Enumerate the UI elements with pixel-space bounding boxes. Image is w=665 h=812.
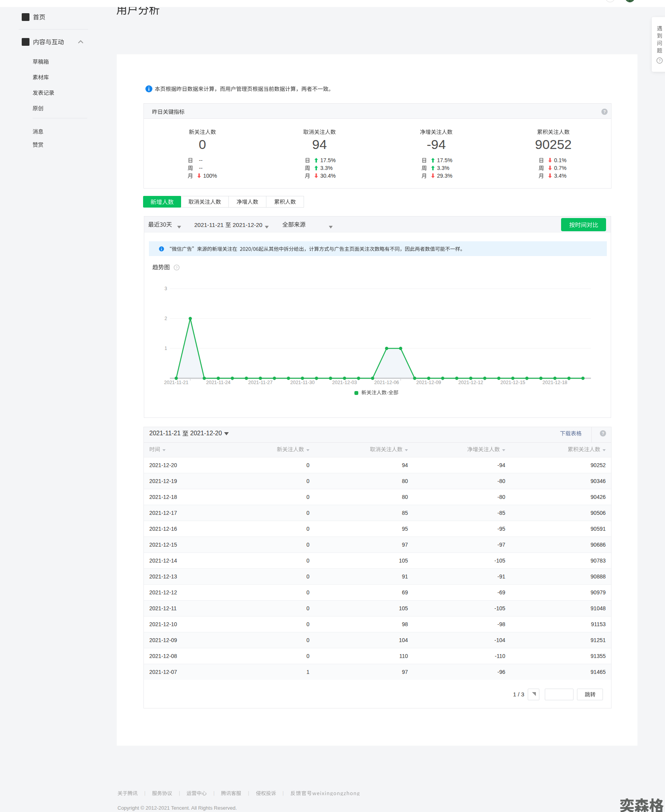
svg-text:?: ? [603,110,606,114]
svg-text:2021-11-30: 2021-11-30 [290,380,314,385]
svg-text:2: 2 [164,316,167,321]
svg-text:2021-11-21: 2021-11-21 [164,380,188,385]
svg-text:2021-11-27: 2021-11-27 [248,380,273,385]
svg-text:2021-12-15: 2021-12-15 [501,380,525,385]
svg-text:?: ? [602,431,604,436]
svg-text:3: 3 [164,286,167,291]
svg-text:2021-12-03: 2021-12-03 [332,380,357,385]
svg-text:?: ? [176,266,178,270]
svg-text:?: ? [658,59,660,62]
svg-text:2021-11-24: 2021-11-24 [206,380,230,385]
svg-text:2021-12-09: 2021-12-09 [416,380,441,385]
svg-text:2021-12-12: 2021-12-12 [458,380,483,385]
svg-text:1: 1 [164,346,167,351]
svg-text:2021-12-18: 2021-12-18 [542,380,567,385]
svg-text:2021-12-06: 2021-12-06 [374,380,399,385]
